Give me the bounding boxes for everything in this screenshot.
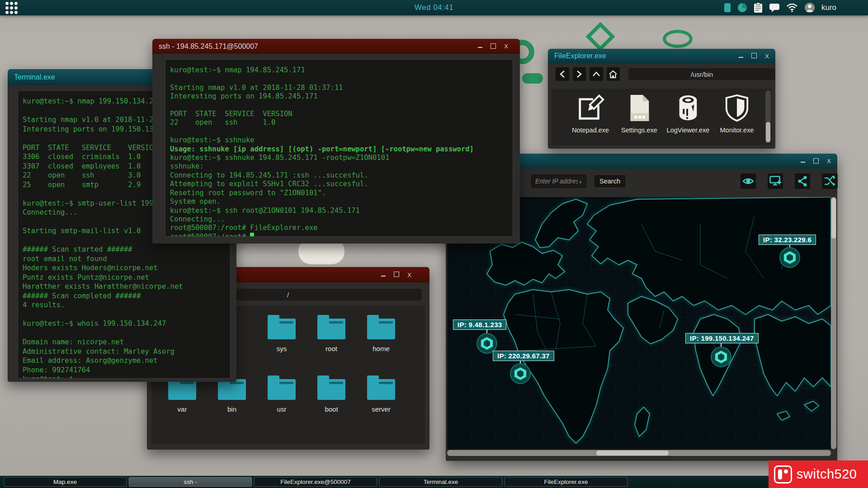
ip-address-input[interactable] xyxy=(531,174,586,188)
map-ip-label[interactable]: IP: 220.29.67.37 xyxy=(493,351,554,361)
taskbar-item-map-exe[interactable]: Map.exe xyxy=(4,477,127,487)
folder-item-usr[interactable]: usr xyxy=(261,375,302,413)
device-icon[interactable] xyxy=(724,3,731,13)
minimize-button[interactable] xyxy=(739,53,743,59)
logviewer-icon xyxy=(675,94,702,122)
desktop: Wed 04:41 kuro X ▾ Search xyxy=(0,0,868,488)
console-line: Interesting ports on 194.85.245.171 xyxy=(170,92,513,101)
up-button[interactable] xyxy=(589,67,604,81)
console-line: 4 results. xyxy=(23,300,230,310)
map-ip-label[interactable]: IP: 199.150.134.247 xyxy=(685,333,759,343)
map-ip-label[interactable]: IP: 32.23.229.6 xyxy=(759,235,816,245)
folder-item-home[interactable]: home xyxy=(361,314,401,352)
console-line xyxy=(23,310,230,319)
maximize-button[interactable] xyxy=(813,158,819,164)
minimize-button[interactable] xyxy=(801,158,805,164)
folder-item-server[interactable]: server xyxy=(361,375,401,413)
console-line xyxy=(170,101,513,110)
hexagon-icon xyxy=(514,367,526,380)
file-item-logviewer-exe[interactable]: LogViewer.exe xyxy=(666,94,710,134)
clipboard-icon[interactable] xyxy=(754,2,763,13)
folder-label: boot xyxy=(311,405,352,413)
desktop-icon-diamond[interactable] xyxy=(585,22,615,51)
share-icon xyxy=(797,176,808,187)
folder-item-boot[interactable]: boot xyxy=(311,375,352,413)
file-item-label: Notepad.exe xyxy=(569,127,612,134)
close-button[interactable]: X xyxy=(504,43,508,49)
search-button[interactable]: Search xyxy=(594,174,626,188)
ssh-console[interactable]: kuro@test:~$ nmap 194.85.245.171 Startin… xyxy=(165,59,513,237)
desktop-icon-ellipse[interactable] xyxy=(663,30,693,48)
folder-item-sys[interactable]: sys xyxy=(261,314,302,352)
taskbar-item-terminal-exe[interactable]: Terminal.exe xyxy=(379,477,502,487)
folder-icon xyxy=(268,319,296,339)
map-label-connector xyxy=(486,330,487,333)
share-network-button[interactable] xyxy=(794,173,811,189)
console-line: Starting nmap v1.0 at 2018-11-28 01:37:1… xyxy=(170,84,513,92)
address-bar[interactable]: /usr/bin xyxy=(628,68,775,80)
folder-icon xyxy=(367,319,395,339)
ssh-title: ssh - 194.85.245.171@500007 xyxy=(159,42,258,51)
file-explorer-bin-titlebar[interactable]: FileExplorer.exe X xyxy=(548,49,775,63)
ssh-titlebar[interactable]: ssh - 194.85.245.171@500007 X xyxy=(152,39,520,54)
back-button[interactable] xyxy=(555,67,570,81)
close-button[interactable]: X xyxy=(827,158,831,164)
folder-label: usr xyxy=(261,405,302,413)
console-line: root@500007:/root# FileExplorer.exe xyxy=(170,224,513,232)
taskbar-item-fileexplorer-exe[interactable]: FileExplorer.exe xyxy=(505,477,627,487)
monitor-icon xyxy=(724,94,750,122)
close-button[interactable]: X xyxy=(407,272,411,278)
minimize-button[interactable] xyxy=(381,272,386,278)
watermark: switch520 xyxy=(769,460,868,488)
user-avatar-icon[interactable] xyxy=(804,2,815,13)
eye-view-button[interactable] xyxy=(740,173,756,189)
map-node-marker[interactable] xyxy=(510,363,531,384)
folder-item-root[interactable]: root xyxy=(311,314,352,352)
chat-icon[interactable] xyxy=(769,3,780,13)
hexagon-icon xyxy=(481,337,493,350)
add-device-button[interactable] xyxy=(767,173,783,189)
home-button[interactable] xyxy=(606,67,621,81)
map-vertical-scrollbar[interactable] xyxy=(831,197,836,449)
hexagon-icon xyxy=(784,251,796,264)
address-path: /usr/bin xyxy=(691,70,713,78)
maximize-button[interactable] xyxy=(491,43,496,50)
folder-label: home xyxy=(361,345,401,352)
maximize-button[interactable] xyxy=(751,53,757,59)
console-line: root email not found xyxy=(23,254,230,264)
console-line: kuro@test:~$ whois 199.150.134.247 xyxy=(23,319,230,328)
shuffle-routes-button[interactable] xyxy=(821,173,838,189)
map-horizontal-scrollbar[interactable] xyxy=(447,450,831,456)
explorer-scrollbar[interactable] xyxy=(765,90,771,143)
forward-button[interactable] xyxy=(572,67,587,81)
map-node-marker[interactable] xyxy=(711,347,731,367)
wifi-icon[interactable] xyxy=(786,3,798,12)
console-line: Email address: Asorg@genzyme.net xyxy=(23,356,230,366)
console-line: Hoders exists Hoders@nicorpe.net xyxy=(23,263,230,273)
console-line: kuro@test:~$ xyxy=(23,375,230,379)
desktop-icon-pill[interactable] xyxy=(522,73,543,84)
file-item-settings-exe[interactable]: Settings.exe xyxy=(618,94,661,134)
maximize-button[interactable] xyxy=(394,272,399,278)
system-tray: kuro xyxy=(724,0,836,15)
monitor-plus-icon xyxy=(769,176,781,187)
pie-chart-icon[interactable] xyxy=(737,3,747,13)
taskbar-item-ssh-[interactable]: ssh - xyxy=(129,477,252,487)
eye-icon xyxy=(742,177,754,186)
file-item-notepad-exe[interactable]: Notepad.exe xyxy=(569,94,612,134)
console-line: Attempting to exploit SSHv1 CRC32 ...suc… xyxy=(170,180,513,188)
file-explorer-bin-title: FileExplorer.exe xyxy=(554,52,606,60)
map-node-marker[interactable] xyxy=(779,247,800,268)
close-button[interactable]: X xyxy=(765,53,769,59)
folder-icon xyxy=(218,379,246,400)
minimize-button[interactable] xyxy=(478,43,482,49)
file-item-monitor-exe[interactable]: Monitor.exe xyxy=(715,94,759,134)
top-bar: Wed 04:41 kuro xyxy=(0,0,868,15)
console-line: System open. xyxy=(170,197,513,206)
hexagon-icon xyxy=(715,351,727,363)
map-ip-label[interactable]: IP: 9.48.1.233 xyxy=(453,319,506,330)
console-line: kuro@test:~$ sshnuke xyxy=(170,136,513,145)
taskbar-item-fileexplorer-exe-500007[interactable]: FileExplorer.exe@500007 xyxy=(254,477,377,487)
chevron-right-icon xyxy=(576,70,583,78)
notepad-icon xyxy=(576,94,604,122)
